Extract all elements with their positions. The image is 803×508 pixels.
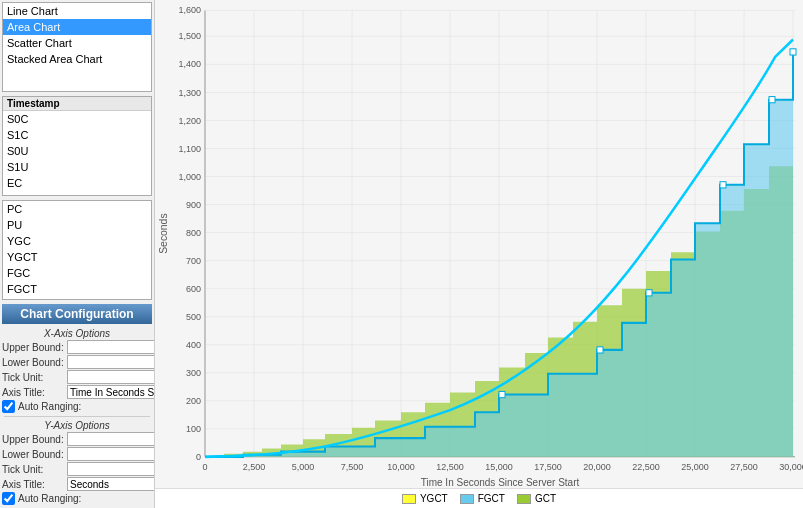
y-lower-bound-label: Lower Bound: <box>2 449 67 460</box>
svg-text:1,500: 1,500 <box>179 31 201 41</box>
y-lower-bound-input[interactable] <box>67 447 154 461</box>
y-axis-title-label: Axis Title: <box>2 479 67 490</box>
svg-text:Time In Seconds Since Server S: Time In Seconds Since Server Start <box>421 477 580 488</box>
svg-text:0: 0 <box>203 462 208 472</box>
col-s1u[interactable]: S1U <box>3 159 151 175</box>
column-header-timestamp: Timestamp <box>3 97 151 111</box>
legend-gct: GCT <box>517 493 556 504</box>
legend-ygct-swatch <box>402 494 416 504</box>
x-axis-title-input[interactable] <box>67 385 154 399</box>
col-fgc[interactable]: FGC <box>3 265 151 281</box>
legend-fgct-swatch <box>460 494 474 504</box>
x-upper-bound-input[interactable] <box>67 340 154 354</box>
svg-rect-36 <box>720 182 726 188</box>
x-tick-unit-input[interactable] <box>67 370 154 384</box>
svg-text:0: 0 <box>196 452 201 462</box>
y-upper-bound-input[interactable] <box>67 432 154 446</box>
svg-text:1,100: 1,100 <box>179 143 201 153</box>
svg-rect-35 <box>646 290 652 296</box>
col-ygc[interactable]: YGC <box>3 233 151 249</box>
svg-text:2,500: 2,500 <box>243 462 265 472</box>
svg-text:10,000: 10,000 <box>387 462 414 472</box>
chart-type-line[interactable]: Line Chart <box>3 3 151 19</box>
y-axis-section-title: Y-Axis Options <box>2 420 152 431</box>
svg-text:5,000: 5,000 <box>292 462 314 472</box>
y-tick-unit-input[interactable] <box>67 462 154 476</box>
svg-text:27,500: 27,500 <box>730 462 757 472</box>
svg-rect-37 <box>769 97 775 103</box>
legend-ygct-label: YGCT <box>420 493 448 504</box>
svg-text:500: 500 <box>186 312 201 322</box>
svg-text:1,600: 1,600 <box>179 5 201 15</box>
y-auto-ranging-checkbox[interactable] <box>2 492 15 505</box>
svg-text:400: 400 <box>186 340 201 350</box>
chart-type-scatter[interactable]: Scatter Chart <box>3 35 151 51</box>
x-axis-title-label: Axis Title: <box>2 387 67 398</box>
chart-area: 0 100 200 300 400 500 600 700 800 900 1,… <box>155 0 803 508</box>
y-axis-title-row: Axis Title: <box>2 477 152 491</box>
svg-text:1,000: 1,000 <box>179 171 201 181</box>
col-s1c[interactable]: S1C <box>3 127 151 143</box>
col-ec[interactable]: EC <box>3 175 151 191</box>
x-auto-ranging-row: Auto Ranging: <box>2 400 152 413</box>
columns-list-1[interactable]: Timestamp S0C S1C S0U S1U EC EU <box>2 96 152 196</box>
x-tick-unit-label: Tick Unit: <box>2 372 67 383</box>
svg-rect-33 <box>499 391 505 397</box>
svg-text:1,400: 1,400 <box>179 59 201 69</box>
x-axis-title-row: Axis Title: <box>2 385 152 399</box>
legend-gct-swatch <box>517 494 531 504</box>
col-ygct[interactable]: YGCT <box>3 249 151 265</box>
col-pc[interactable]: PC <box>3 201 151 217</box>
y-auto-ranging-label: Auto Ranging: <box>18 493 83 504</box>
svg-text:20,000: 20,000 <box>583 462 610 472</box>
y-tick-unit-row: Tick Unit: <box>2 462 152 476</box>
x-auto-ranging-checkbox[interactable] <box>2 400 15 413</box>
y-upper-bound-row: Upper Bound: <box>2 432 152 446</box>
svg-text:Seconds: Seconds <box>158 213 169 253</box>
x-lower-bound-row: Lower Bound: <box>2 355 152 369</box>
x-lower-bound-label: Lower Bound: <box>2 357 67 368</box>
svg-text:12,500: 12,500 <box>436 462 463 472</box>
svg-rect-34 <box>597 347 603 353</box>
legend-fgct-label: FGCT <box>478 493 505 504</box>
col-s0c[interactable]: S0C <box>3 111 151 127</box>
chart-type-list[interactable]: Line Chart Area Chart Scatter Chart Stac… <box>2 2 152 92</box>
chart-svg: 0 100 200 300 400 500 600 700 800 900 1,… <box>155 0 803 488</box>
chart-type-stacked[interactable]: Stacked Area Chart <box>3 51 151 67</box>
svg-text:25,000: 25,000 <box>681 462 708 472</box>
chart-config-panel: Chart Configuration X-Axis Options Upper… <box>0 302 154 508</box>
chart-legend: YGCT FGCT GCT <box>155 488 803 508</box>
x-axis-section-title: X-Axis Options <box>2 328 152 339</box>
svg-text:7,500: 7,500 <box>341 462 363 472</box>
col-fgct[interactable]: FGCT <box>3 281 151 297</box>
col-s0u[interactable]: S0U <box>3 143 151 159</box>
svg-text:100: 100 <box>186 424 201 434</box>
x-lower-bound-input[interactable] <box>67 355 154 369</box>
svg-rect-38 <box>790 49 796 55</box>
col-gct[interactable]: GCT <box>3 297 151 300</box>
svg-text:800: 800 <box>186 228 201 238</box>
x-tick-unit-row: Tick Unit: <box>2 370 152 384</box>
legend-fgct: FGCT <box>460 493 505 504</box>
left-panel: Line Chart Area Chart Scatter Chart Stac… <box>0 0 155 508</box>
svg-text:1,200: 1,200 <box>179 115 201 125</box>
svg-text:300: 300 <box>186 368 201 378</box>
legend-gct-label: GCT <box>535 493 556 504</box>
svg-text:17,500: 17,500 <box>534 462 561 472</box>
col-pu[interactable]: PU <box>3 217 151 233</box>
y-axis-title-input[interactable] <box>67 477 154 491</box>
col-eu[interactable]: EU <box>3 191 151 196</box>
legend-ygct: YGCT <box>402 493 448 504</box>
svg-text:22,500: 22,500 <box>632 462 659 472</box>
svg-text:1,300: 1,300 <box>179 87 201 97</box>
svg-text:200: 200 <box>186 396 201 406</box>
chart-type-area[interactable]: Area Chart <box>3 19 151 35</box>
svg-text:700: 700 <box>186 256 201 266</box>
svg-text:600: 600 <box>186 284 201 294</box>
svg-text:30,000: 30,000 <box>779 462 803 472</box>
x-auto-ranging-label: Auto Ranging: <box>18 401 83 412</box>
columns-list-2[interactable]: PC PU YGC YGCT FGC FGCT GCT <box>2 200 152 300</box>
x-upper-bound-row: Upper Bound: <box>2 340 152 354</box>
y-tick-unit-label: Tick Unit: <box>2 464 67 475</box>
svg-text:900: 900 <box>186 200 201 210</box>
